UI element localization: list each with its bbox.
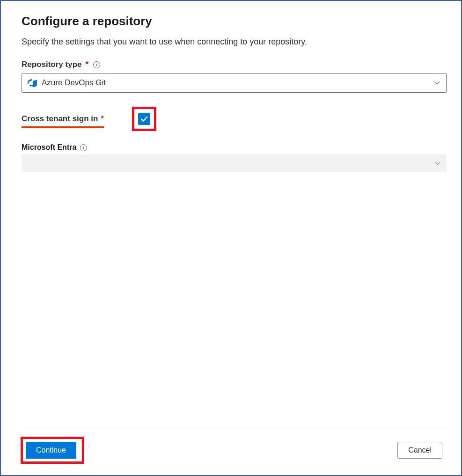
continue-highlight-box: Continue (21, 437, 84, 464)
info-icon[interactable]: i (80, 144, 87, 151)
dialog-footer: Continue Cancel (21, 428, 446, 475)
spacer (22, 172, 446, 428)
microsoft-entra-label-text: Microsoft Entra (22, 143, 76, 152)
page-subtitle: Specify the settings that you want to us… (22, 37, 446, 47)
repository-type-value: Azure DevOps Git (42, 78, 434, 88)
microsoft-entra-label: Microsoft Entra i (22, 143, 87, 152)
cancel-button[interactable]: Cancel (397, 442, 442, 459)
cross-tenant-checkbox[interactable] (138, 113, 150, 125)
chevron-down-icon (434, 80, 440, 86)
required-star-icon: * (85, 60, 88, 69)
repository-type-field: Repository type * i Azure DevOps Git (22, 60, 446, 93)
chevron-down-icon (434, 160, 441, 167)
highlight-underline (22, 126, 104, 128)
cross-tenant-field: Cross tenant sign in * (22, 107, 446, 131)
page-title: Configure a repository (22, 14, 446, 29)
azure-devops-icon (28, 78, 37, 88)
microsoft-entra-select[interactable] (22, 154, 447, 172)
checkbox-highlight-box (132, 107, 156, 131)
cross-tenant-label-text: Cross tenant sign in (22, 114, 98, 124)
continue-button[interactable]: Continue (26, 442, 76, 459)
repository-type-label: Repository type * i (22, 60, 100, 69)
cross-tenant-label: Cross tenant sign in * (22, 114, 104, 124)
microsoft-entra-field: Microsoft Entra i (22, 143, 446, 172)
required-star-icon: * (101, 115, 103, 123)
repository-type-select[interactable]: Azure DevOps Git (22, 73, 447, 93)
repository-type-label-text: Repository type (22, 60, 81, 69)
configure-repository-panel: Configure a repository Specify the setti… (0, 0, 462, 476)
checkmark-icon (140, 115, 148, 123)
info-icon[interactable]: i (93, 61, 100, 68)
